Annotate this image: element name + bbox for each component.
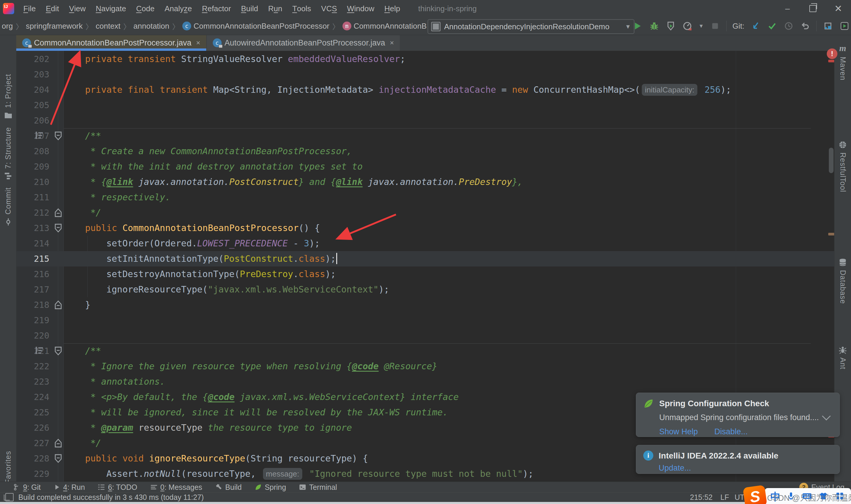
code-line-202[interactable]: 202private transient StringValueResolver… xyxy=(16,51,834,67)
code-line-207[interactable]: 207/** xyxy=(16,128,834,144)
breadcrumb-item-commonannotationb[interactable]: mCommonAnnotationB xyxy=(342,22,427,31)
stripe-button-ant[interactable]: Ant xyxy=(834,346,851,370)
code-line-221[interactable]: 221/** xyxy=(16,343,834,359)
fold-start-icon[interactable] xyxy=(54,131,62,141)
code-line-205[interactable]: 205 xyxy=(16,97,834,113)
toolwindow-button-build[interactable]: Build xyxy=(215,483,242,491)
tab-close-icon[interactable]: × xyxy=(390,39,394,47)
restore-layout-button[interactable] xyxy=(822,21,833,31)
fold-start-icon[interactable] xyxy=(54,346,62,356)
render-doc-icon[interactable] xyxy=(35,131,44,140)
breadcrumb-item-springframework[interactable]: springframework xyxy=(26,22,83,31)
toolwindow-button-terminal[interactable]: Terminal xyxy=(299,483,337,491)
code-line-216[interactable]: 216setDestroyAnnotationType(PreDestroy.c… xyxy=(16,267,834,282)
menu-item-window[interactable]: Window xyxy=(342,0,379,17)
menu-item-view[interactable]: View xyxy=(64,0,91,17)
status-message[interactable]: Build completed successfully in 3 s 430 … xyxy=(18,493,204,502)
menu-item-run[interactable]: Run xyxy=(263,0,288,17)
tab-close-icon[interactable]: × xyxy=(196,39,200,47)
close-button[interactable]: ✕ xyxy=(826,0,851,17)
menu-item-help[interactable]: Help xyxy=(379,0,405,17)
menu-item-file[interactable]: File xyxy=(18,0,41,17)
menu-item-build[interactable]: Build xyxy=(236,0,263,17)
profiler-button[interactable] xyxy=(682,21,693,31)
menu-item-navigate[interactable]: Navigate xyxy=(91,0,131,17)
menu-item-edit[interactable]: Edit xyxy=(41,0,64,17)
editor-tab-0[interactable]: cCommonAnnotationBeanPostProcessor.java× xyxy=(16,35,206,51)
run-options-chevron-icon[interactable]: ▼ xyxy=(699,23,704,29)
stop-button[interactable] xyxy=(710,21,720,31)
code-line-222[interactable]: 222 * Ignore the given resource type whe… xyxy=(16,359,834,374)
fold-end-icon[interactable] xyxy=(54,300,62,310)
debug-button[interactable] xyxy=(649,21,659,31)
notification-spring-config[interactable]: Spring Configuration Check Unmapped Spri… xyxy=(636,393,840,437)
run-anything-button[interactable] xyxy=(839,21,850,31)
breadcrumb-label: CommonAnnotationB xyxy=(354,22,427,31)
fold-start-icon[interactable] xyxy=(54,454,62,463)
error-stripe-mark[interactable] xyxy=(828,60,834,62)
run-with-coverage-button[interactable] xyxy=(666,21,676,31)
breadcrumb-item-org[interactable]: org xyxy=(2,22,13,31)
code-line-209[interactable]: 209 * with the init and destroy annotati… xyxy=(16,159,834,174)
breadcrumb-separator: 〉 xyxy=(124,21,131,31)
disable-link[interactable]: Disable... xyxy=(714,427,748,436)
code-line-223[interactable]: 223 * annotations. xyxy=(16,374,834,389)
menu-item-refactor[interactable]: Refactor xyxy=(197,0,236,17)
notification-idea-update[interactable]: i IntelliJ IDEA 2022.2.4 available Updat… xyxy=(636,445,840,474)
code-line-212[interactable]: 212 */ xyxy=(16,205,834,220)
code-line-203[interactable]: 203 xyxy=(16,67,834,82)
editor-scrollbar[interactable] xyxy=(829,148,834,173)
caret-position-widget[interactable]: 215:52 xyxy=(690,492,712,502)
commit-button[interactable] xyxy=(767,21,777,31)
menu-item-analyze[interactable]: Analyze xyxy=(160,0,197,17)
restore-button[interactable] xyxy=(800,0,826,17)
toolwindow-button--run[interactable]: 4: Run xyxy=(54,483,85,491)
menu-item-tools[interactable]: Tools xyxy=(287,0,316,17)
code-line-214[interactable]: 214setOrder(Ordered.LOWEST_PRECEDENCE - … xyxy=(16,236,834,251)
toolwindow-toggle-icon[interactable] xyxy=(5,493,14,501)
stripe-button-database[interactable]: Database xyxy=(834,258,851,304)
stripe-button-restfultool[interactable]: RestfulTool xyxy=(834,141,851,192)
code-line-215[interactable]: 215setInitAnnotationType(PostConstruct.c… xyxy=(16,251,834,267)
code-line-217[interactable]: 217ignoreResourceType("javax.xml.ws.WebS… xyxy=(16,282,834,297)
stripe-button--project[interactable]: 1: Project xyxy=(0,74,16,119)
rollback-button[interactable] xyxy=(800,21,811,31)
code-line-204[interactable]: 204private final transient Map<String, I… xyxy=(16,82,834,97)
run-configuration-select[interactable]: AnnotationDependencyInjectionResolutionD… xyxy=(428,19,634,34)
fold-end-icon[interactable] xyxy=(54,438,62,448)
toolwindow-button--git[interactable]: 9: Git xyxy=(13,483,41,491)
stripe-button-commit[interactable]: Commit xyxy=(0,187,16,226)
menu-item-code[interactable]: Code xyxy=(131,0,160,17)
code-line-220[interactable]: 220 xyxy=(16,328,834,343)
inspections-error-badge[interactable]: ! xyxy=(827,49,837,59)
code-line-219[interactable]: 219 xyxy=(16,312,834,328)
toolwindow-button--messages[interactable]: 0: Messages xyxy=(150,483,202,491)
show-help-link[interactable]: Show Help xyxy=(659,427,698,436)
sogou-logo-icon[interactable]: S xyxy=(743,485,767,504)
code-line-206[interactable]: 206 xyxy=(16,113,834,128)
code-line-210[interactable]: 210 * {@link javax.annotation.PostConstr… xyxy=(16,174,834,190)
fold-end-icon[interactable] xyxy=(54,208,62,217)
code-line-213[interactable]: 213public CommonAnnotationBeanPostProces… xyxy=(16,220,834,236)
breadcrumb-item-commonannotationbeanpostprocessor[interactable]: cCommonAnnotationBeanPostProcessor xyxy=(182,22,329,31)
stripe-button-maven[interactable]: mMaven xyxy=(834,43,851,80)
breadcrumb-item-context[interactable]: context xyxy=(96,22,121,31)
render-doc-icon[interactable] xyxy=(35,346,44,355)
code-text: */ xyxy=(64,205,101,220)
warning-stripe-mark[interactable] xyxy=(828,233,834,235)
run-button[interactable] xyxy=(632,21,643,31)
stripe-button--structure[interactable]: 7: Structure xyxy=(0,127,16,179)
minimize-button[interactable]: – xyxy=(775,0,800,17)
code-line-208[interactable]: 208 * Create a new CommonAnnotationBeanP… xyxy=(16,144,834,159)
update-link[interactable]: Update... xyxy=(659,464,691,473)
editor-tab-1[interactable]: cAutowiredAnnotationBeanPostProcessor.ja… xyxy=(207,35,400,51)
line-separator-widget[interactable]: LF xyxy=(720,492,729,502)
update-project-button[interactable] xyxy=(750,21,761,31)
code-line-211[interactable]: 211 * respectively. xyxy=(16,190,834,205)
fold-start-icon[interactable] xyxy=(54,223,62,233)
menu-item-vcs[interactable]: VCS xyxy=(316,0,342,17)
toolwindow-button-spring[interactable]: Spring xyxy=(255,483,286,491)
breadcrumb-item-annotation[interactable]: annotation xyxy=(133,22,169,31)
code-line-218[interactable]: 218} xyxy=(16,297,834,312)
toolwindow-button--todo[interactable]: 6: TODO xyxy=(98,483,137,491)
